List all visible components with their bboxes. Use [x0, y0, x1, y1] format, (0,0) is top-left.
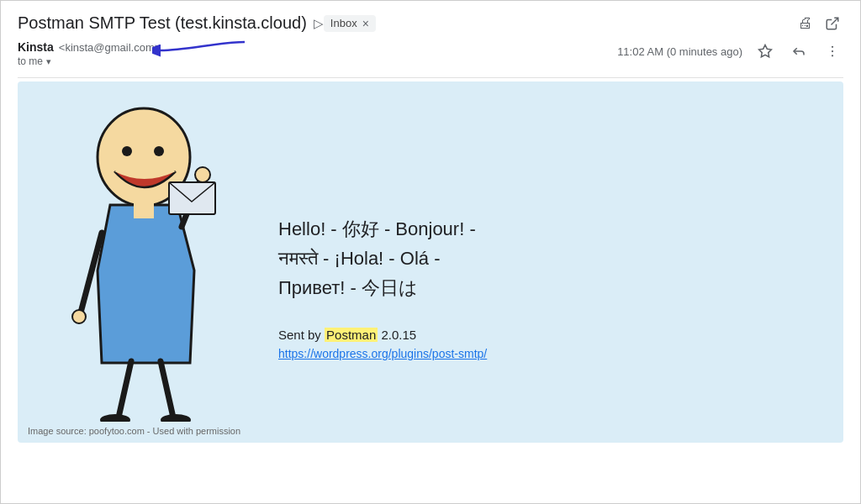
svg-point-5 — [832, 55, 833, 56]
svg-point-8 — [154, 146, 164, 156]
sender-info: Kinsta <kinsta@gmail.com> to me — [18, 40, 617, 67]
svg-rect-9 — [134, 202, 154, 218]
inbox-close-button[interactable]: × — [362, 17, 369, 30]
email-time: 11:02 AM (0 minutes ago) — [617, 45, 742, 58]
popout-button[interactable] — [821, 13, 843, 34]
inbox-label: Inbox — [330, 17, 357, 29]
version-label: 2.0.15 — [378, 328, 416, 342]
stick-figure-svg — [51, 102, 236, 422]
email-meta-row: Kinsta <kinsta@gmail.com> to me — [18, 40, 843, 78]
svg-line-0 — [832, 18, 838, 24]
forward-icon[interactable]: ▷ — [314, 16, 324, 31]
svg-point-11 — [72, 310, 86, 323]
subject-row: Postman SMTP Test (test.kinsta.cloud) ▷ … — [18, 11, 843, 40]
stick-figure-area — [18, 81, 270, 443]
svg-point-18 — [161, 414, 191, 422]
svg-marker-2 — [759, 45, 772, 57]
image-credit: Image source: poofytoo.com - Used with p… — [28, 426, 240, 436]
svg-point-3 — [832, 46, 833, 48]
email-time-row: 11:02 AM (0 minutes ago) — [617, 40, 843, 62]
email-subject: Postman SMTP Test (test.kinsta.cloud) — [18, 13, 307, 33]
recipient-row: to me ▾ — [18, 55, 617, 67]
hello-text: Hello! - 你好 - Bonjour! - नमस्ते - ¡Hola!… — [278, 214, 818, 303]
print-button[interactable]: 🖨 — [795, 11, 816, 35]
sender-name: Kinsta — [18, 40, 54, 54]
email-container: Postman SMTP Test (test.kinsta.cloud) ▷ … — [1, 1, 860, 503]
postman-label: Postman — [325, 328, 378, 342]
star-button[interactable] — [754, 40, 776, 62]
arrow-annotation — [152, 34, 253, 71]
recipient-label: to me — [18, 55, 43, 67]
sent-by-row: Sent by Postman 2.0.15 — [278, 328, 818, 342]
svg-rect-14 — [169, 182, 215, 214]
sent-by-prefix: Sent by — [278, 328, 325, 342]
email-image-area: Hello! - 你好 - Bonjour! - नमस्ते - ¡Hola!… — [18, 81, 843, 443]
inbox-tag: Inbox × — [324, 15, 376, 32]
svg-point-17 — [100, 414, 130, 422]
email-body: Hello! - 你好 - Bonjour! - नमस्ते - ¡Hola!… — [18, 81, 843, 503]
sender-name-row: Kinsta <kinsta@gmail.com> — [18, 40, 617, 54]
svg-line-16 — [161, 361, 173, 417]
svg-point-7 — [122, 146, 132, 156]
svg-line-15 — [119, 361, 131, 417]
plugin-url[interactable]: https://wordpress.org/plugins/post-smtp/ — [278, 347, 818, 360]
top-toolbar: 🖨 — [795, 11, 843, 35]
svg-point-13 — [195, 167, 210, 182]
reply-button[interactable] — [788, 40, 810, 62]
sender-email: <kinsta@gmail.com> — [59, 41, 161, 54]
recipient-chevron[interactable]: ▾ — [46, 56, 51, 67]
more-options-button[interactable] — [821, 40, 843, 62]
email-text-area: Hello! - 你好 - Bonjour! - नमस्ते - ¡Hola!… — [270, 164, 843, 361]
svg-point-4 — [832, 50, 833, 52]
